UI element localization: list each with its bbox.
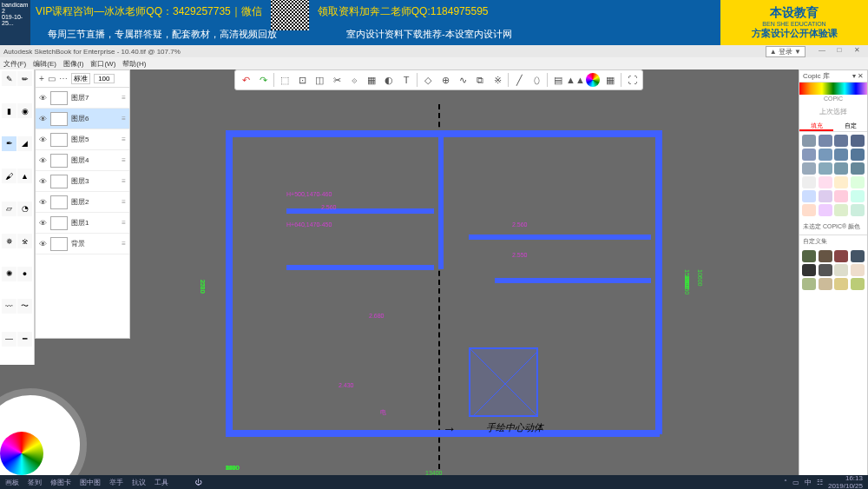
line-icon[interactable]: ╱ bbox=[512, 73, 526, 87]
login-dropdown[interactable]: ▲ 登录 ▼ bbox=[766, 46, 806, 57]
color-swatch[interactable] bbox=[819, 176, 832, 188]
transform-icon[interactable]: ⟐ bbox=[347, 73, 361, 87]
color-swatch[interactable] bbox=[851, 204, 865, 216]
hue-strip[interactable] bbox=[799, 83, 867, 95]
color-swatch[interactable] bbox=[834, 204, 848, 216]
folder-icon[interactable]: ▭ bbox=[48, 74, 56, 83]
fullscreen-icon[interactable]: ⛶ bbox=[625, 73, 639, 87]
brush-pencil-icon[interactable]: ✎ bbox=[2, 71, 16, 86]
menu-window[interactable]: 窗口(W) bbox=[90, 59, 115, 69]
close-button[interactable]: ✕ bbox=[849, 46, 865, 57]
brush-texture1-icon[interactable]: ※ bbox=[17, 234, 32, 248]
brush-chisel-icon[interactable]: ◢ bbox=[17, 136, 32, 151]
color-swatch[interactable] bbox=[802, 190, 816, 202]
layer-row[interactable]: 👁图层6≡ bbox=[36, 109, 129, 129]
gradient-icon[interactable]: ◐ bbox=[382, 73, 396, 87]
undo-icon[interactable]: ↶ bbox=[239, 73, 253, 87]
brush-eraser-icon[interactable]: ▱ bbox=[2, 202, 16, 216]
brush-splatter-icon[interactable]: ✵ bbox=[2, 234, 16, 248]
select-icon[interactable]: ⬚ bbox=[278, 73, 292, 87]
brush-stroke4-icon[interactable]: ━ bbox=[17, 332, 32, 347]
visibility-icon[interactable]: 👁 bbox=[39, 240, 47, 248]
color-swatch[interactable] bbox=[851, 190, 865, 202]
redo-icon[interactable]: ↷ bbox=[256, 73, 270, 87]
taskbar-item[interactable]: 签到 bbox=[28, 478, 42, 487]
brush-stroke1-icon[interactable]: 〰 bbox=[2, 299, 16, 314]
layer-row[interactable]: 👁背景≡ bbox=[36, 234, 129, 254]
menu-image[interactable]: 图像(I) bbox=[63, 59, 84, 69]
power-icon[interactable]: ⏻ bbox=[194, 479, 201, 486]
brush-stroke2-icon[interactable]: 〜 bbox=[17, 299, 32, 314]
crop-icon[interactable]: ✂ bbox=[330, 73, 344, 87]
taskbar-item[interactable]: 修图卡 bbox=[50, 478, 71, 487]
brush-ink-icon[interactable]: ✒ bbox=[2, 136, 16, 151]
ruler-icon[interactable]: ◇ bbox=[421, 73, 435, 87]
color-swatch[interactable] bbox=[802, 162, 816, 175]
symmetry-icon[interactable]: ※ bbox=[490, 73, 504, 87]
tray-ime-icon[interactable]: 中 bbox=[805, 478, 812, 487]
palette-icon[interactable]: ▦ bbox=[603, 73, 617, 87]
brush-felt-icon[interactable]: ▲ bbox=[17, 169, 32, 183]
ellipse-guide-icon[interactable]: ⊕ bbox=[438, 73, 452, 87]
color-swatch[interactable] bbox=[851, 176, 865, 188]
custom-swatch[interactable] bbox=[802, 278, 816, 290]
maximize-button[interactable]: □ bbox=[832, 46, 847, 57]
color-swatch[interactable] bbox=[851, 149, 865, 161]
text-icon[interactable]: T bbox=[399, 73, 413, 87]
lasso-icon[interactable]: ◫ bbox=[312, 73, 326, 87]
layer-row[interactable]: 👁图层4≡ bbox=[36, 150, 129, 171]
marquee-icon[interactable]: ⊡ bbox=[295, 73, 309, 87]
color-swatch[interactable] bbox=[819, 204, 832, 216]
brush-smudge-icon[interactable]: ◔ bbox=[17, 202, 32, 216]
custom-swatch[interactable] bbox=[834, 250, 848, 262]
custom-swatch[interactable] bbox=[819, 264, 832, 276]
color-swatch[interactable] bbox=[834, 135, 848, 147]
layer-opts-icon[interactable]: ⋯ bbox=[59, 74, 68, 83]
brush-paint-icon[interactable]: 🖌 bbox=[2, 169, 16, 183]
brush-pen-icon[interactable]: ✏ bbox=[17, 71, 32, 86]
minimize-button[interactable]: — bbox=[814, 46, 830, 57]
color-swatch[interactable] bbox=[819, 190, 832, 202]
menu-file[interactable]: 文件(F) bbox=[3, 59, 26, 69]
add-layer-icon[interactable]: + bbox=[39, 74, 44, 83]
custom-swatch[interactable] bbox=[851, 264, 865, 276]
custom-swatch[interactable] bbox=[819, 250, 832, 262]
taskbar-item[interactable]: 工具 bbox=[155, 478, 168, 487]
tab-custom[interactable]: 自定 bbox=[833, 120, 867, 131]
taskbar-item[interactable]: 抗议 bbox=[132, 478, 146, 487]
color-swatch[interactable] bbox=[819, 135, 832, 147]
color-swatch[interactable] bbox=[834, 162, 848, 175]
custom-swatch[interactable] bbox=[834, 264, 848, 276]
visibility-icon[interactable]: 👁 bbox=[39, 198, 47, 207]
visibility-icon[interactable]: 👁 bbox=[39, 115, 47, 123]
color-puck-icon[interactable] bbox=[0, 432, 43, 475]
color-swatch[interactable] bbox=[802, 135, 816, 147]
brush-lib-icon[interactable]: ▲▲ bbox=[569, 73, 582, 87]
custom-swatch[interactable] bbox=[802, 264, 816, 276]
custom-swatch[interactable] bbox=[851, 250, 865, 262]
brush-blob-icon[interactable]: ● bbox=[17, 267, 32, 281]
color-wheel-icon[interactable] bbox=[586, 73, 600, 87]
tray-net-icon[interactable]: ☷ bbox=[817, 479, 823, 486]
layer-row[interactable]: 👁图层1≡ bbox=[36, 213, 129, 234]
taskbar-item[interactable]: 画板 bbox=[5, 478, 19, 487]
menu-edit[interactable]: 编辑(E) bbox=[33, 59, 56, 69]
color-swatch[interactable] bbox=[802, 149, 816, 161]
visibility-icon[interactable]: 👁 bbox=[39, 177, 47, 186]
visibility-icon[interactable]: 👁 bbox=[39, 156, 47, 165]
fill-icon[interactable]: ▦ bbox=[365, 73, 378, 87]
color-swatch[interactable] bbox=[851, 135, 865, 147]
color-swatch[interactable] bbox=[819, 149, 832, 161]
color-swatch[interactable] bbox=[802, 204, 816, 216]
color-swatch[interactable] bbox=[802, 176, 816, 188]
brush-airbrush-icon[interactable]: ◉ bbox=[17, 103, 32, 118]
curve-icon[interactable]: ∿ bbox=[456, 73, 470, 87]
puck-tool[interactable] bbox=[0, 406, 87, 475]
layer-row[interactable]: 👁图层7≡ bbox=[36, 88, 129, 109]
tab-fill[interactable]: 填充 bbox=[799, 120, 833, 131]
custom-swatch[interactable] bbox=[834, 278, 848, 290]
shape-icon[interactable]: ⬯ bbox=[529, 73, 543, 87]
visibility-icon[interactable]: 👁 bbox=[39, 219, 47, 228]
color-swatch[interactable] bbox=[834, 176, 848, 188]
visibility-icon[interactable]: 👁 bbox=[39, 135, 47, 144]
